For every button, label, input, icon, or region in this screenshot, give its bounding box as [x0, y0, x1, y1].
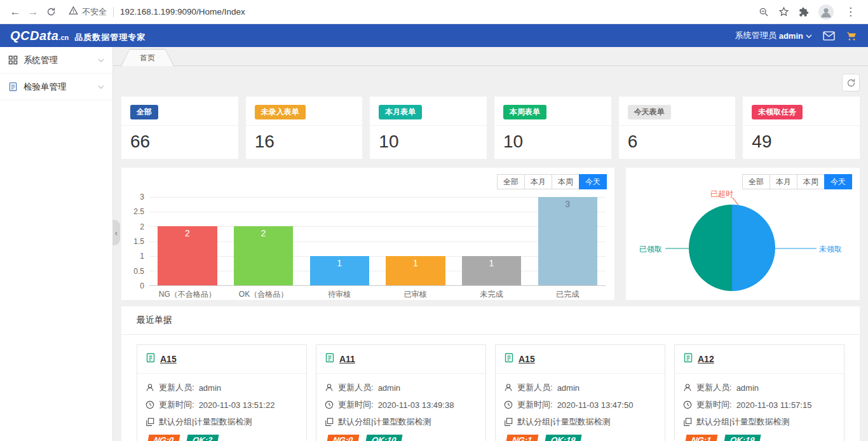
record-link[interactable]: A11 [339, 354, 355, 364]
security-label: 不安全 [82, 6, 107, 18]
bar-column: 1 [377, 197, 454, 285]
group-value: 默认分组|计量型数据检测 [696, 416, 789, 428]
stats-row: 全部 66 未录入表单 16 本月表单 10 本周表单 10 今天表单 6 [121, 97, 860, 159]
pie [689, 205, 775, 291]
app-logo[interactable]: QCData.cn 品质数据管理专家 [10, 29, 146, 43]
address-divider [113, 7, 114, 17]
user-icon [504, 383, 513, 392]
updater-label: 更新人员: [517, 382, 553, 393]
browser-actions: ⋮ [759, 4, 862, 20]
bar-column: 1 [301, 197, 377, 285]
address-bar[interactable]: 不安全 192.168.1.199:9090/Home/Index [69, 6, 759, 18]
stat-card-today: 今天表单 6 [619, 97, 736, 159]
stat-value: 6 [619, 126, 736, 158]
pie-filter-week[interactable]: 本周 [797, 174, 825, 189]
pie-filter-today[interactable]: 今天 [824, 174, 852, 189]
document-icon [325, 353, 335, 365]
record-link[interactable]: A15 [160, 354, 177, 364]
back-button[interactable]: ← [6, 3, 24, 21]
tab-bar: 首页 [113, 47, 868, 66]
time-value: 2020-11-03 13:47:50 [557, 400, 634, 410]
bar-value-label: 1 [386, 258, 445, 268]
pie-callout-label: 未领取 [819, 244, 842, 255]
bar-category-label: 已审核 [377, 289, 454, 300]
group-value: 默认分组|计量型数据检测 [517, 416, 610, 428]
copy-icon [146, 417, 154, 426]
brand-text: QCData [10, 29, 58, 43]
tab-home[interactable]: 首页 [121, 49, 174, 66]
dashboard-content: 全部 66 未录入表单 16 本月表单 10 本周表单 10 今天表单 6 [113, 66, 868, 441]
bars: 2 2 1 1 1 3 [149, 197, 606, 285]
bar-column: 2 [226, 197, 302, 285]
stat-card-week: 本周表单 10 [494, 97, 611, 159]
bar-y-axis: 32.521.510.50 [130, 197, 149, 286]
main-area: 首页 全部 66 未录入表单 16 本月表单 [113, 47, 868, 441]
updater-value: admin [199, 383, 221, 393]
stat-card-all: 全部 66 [121, 97, 238, 159]
stat-badge: 未录入表单 [255, 105, 306, 119]
cart-icon[interactable] [846, 31, 858, 41]
bar: 2 [158, 226, 217, 285]
bar: 3 [538, 197, 597, 285]
recent-card: A15 更新人员:admin 更新时间:2020-11-03 13:47:50 … [495, 344, 665, 441]
extensions-icon[interactable] [799, 7, 809, 17]
y-axis-tick: 0.5 [133, 267, 144, 276]
bar-value-label: 2 [158, 228, 217, 238]
stat-badge: 未领取任务 [752, 105, 803, 119]
ng-badge: NG:1 [506, 435, 539, 441]
sidebar-item-inspection-management[interactable]: 检验单管理 [0, 74, 112, 100]
bar-filter-month[interactable]: 本月 [524, 174, 552, 189]
bar-category-label: NG（不合格品） [149, 289, 226, 300]
updater-label: 更新人员: [696, 382, 732, 393]
charts-row: 全部 本月 本周 今天 32.521.510.50 2 2 1 1 [121, 168, 860, 300]
bar: 1 [310, 256, 369, 285]
record-link[interactable]: A15 [519, 354, 535, 364]
profile-avatar[interactable] [818, 4, 834, 20]
recent-card: A11 更新人员:admin 更新时间:2020-11-03 13:49:38 … [316, 344, 486, 441]
updater-label: 更新人员: [159, 382, 194, 393]
user-icon [146, 383, 154, 392]
copy-icon [325, 417, 334, 426]
time-label: 更新时间: [338, 399, 374, 410]
record-link[interactable]: A12 [698, 354, 714, 364]
forward-button[interactable]: → [24, 3, 42, 21]
stat-card-not-entered: 未录入表单 16 [246, 97, 363, 159]
recent-cards: A15 更新人员:admin 更新时间:2020-11-03 13:51:22 … [121, 335, 860, 441]
time-label: 更新时间: [696, 399, 732, 410]
copy-icon [504, 417, 513, 426]
sidebar-collapse-handle[interactable]: ‹ [112, 220, 120, 245]
bar-chart-panel: 全部 本月 本周 今天 32.521.510.50 2 2 1 1 [121, 168, 614, 300]
group-value: 默认分组|计量型数据检测 [159, 416, 252, 428]
bookmark-star-icon[interactable] [778, 6, 789, 17]
y-axis-tick: 2 [140, 222, 144, 231]
stat-value: 16 [246, 126, 363, 158]
mail-icon[interactable] [823, 31, 835, 41]
ng-badge: NG:1 [685, 435, 718, 441]
sidebar-item-label: 系统管理 [24, 55, 58, 66]
grid-icon [8, 55, 18, 65]
refresh-button[interactable] [842, 74, 860, 92]
clock-icon [146, 400, 154, 409]
y-axis-tick: 3 [140, 193, 144, 201]
user-name: admin [779, 31, 803, 41]
stat-value: 10 [494, 126, 611, 158]
zoom-icon[interactable] [759, 7, 769, 17]
pie-callout-label: 已超时 [710, 189, 733, 200]
bar-filter-today[interactable]: 今天 [579, 174, 607, 189]
reload-button[interactable] [42, 3, 60, 21]
pie-filter-month[interactable]: 本月 [770, 174, 797, 189]
bar-category-label: OK（合格品） [226, 289, 302, 300]
group-value: 默认分组|计量型数据检测 [338, 416, 431, 428]
ok-badge: OK:10 [365, 435, 403, 441]
bar-filter-all[interactable]: 全部 [497, 174, 525, 189]
stat-badge: 今天表单 [628, 105, 671, 119]
pie-callout-label: 已领取 [639, 244, 662, 255]
browser-menu-icon[interactable]: ⋮ [843, 5, 858, 18]
user-menu[interactable]: 系统管理员 admin [735, 30, 812, 41]
pie-filter-all[interactable]: 全部 [742, 174, 770, 189]
sidebar-item-system-management[interactable]: 系统管理 [0, 47, 112, 74]
bar-category-label: 待审核 [301, 289, 377, 300]
bar-filter-week[interactable]: 本周 [552, 174, 580, 189]
recent-title: 最近单据 [121, 306, 860, 335]
brand-tagline: 品质数据管理专家 [74, 32, 146, 43]
